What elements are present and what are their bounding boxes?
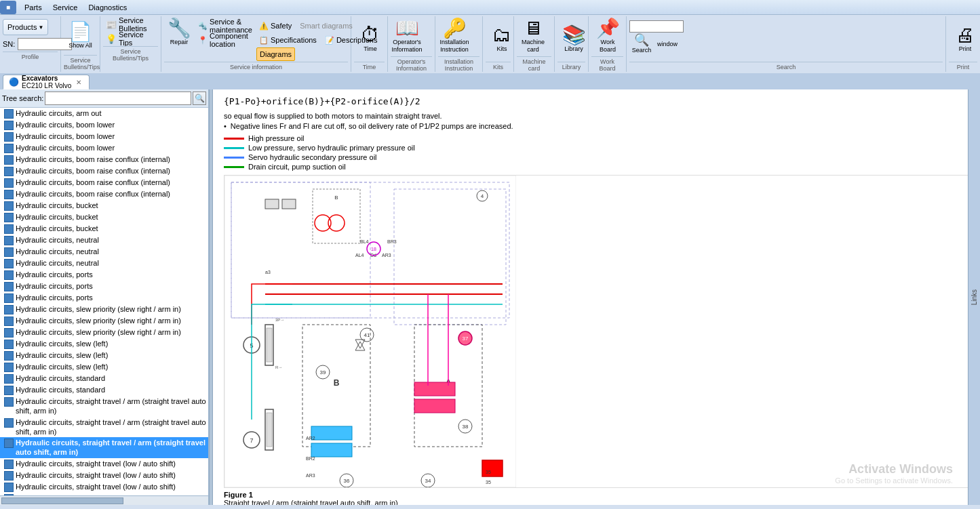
tree-item[interactable]: Hydraulic circuits, ports [0, 269, 208, 281]
tree-item[interactable]: Hydraulic circuits, slew (left) [0, 350, 208, 361]
tree-item-icon [4, 363, 14, 372]
tree-scrollbar-thumb[interactable] [1, 497, 123, 504]
print-button[interactable]: 🖨 Print [949, 18, 980, 60]
tree-item-icon [4, 190, 14, 199]
toolbar-section-library: 📚 Library Library [555, 16, 589, 72]
tree-item[interactable]: Hydraulic circuits, straight travel (low… [0, 470, 208, 481]
tree-item[interactable]: Hydraulic circuits, boom lower [0, 131, 208, 142]
links-label[interactable]: Links [971, 289, 978, 305]
svg-rect-42 [311, 426, 352, 440]
smart-diagrams-button[interactable]: Smart diagrams [297, 19, 355, 33]
tree-item[interactable]: Hydraulic circuits, neutral [0, 235, 208, 246]
tree-item[interactable]: Hydraulic circuits, straight travel (low… [0, 481, 208, 493]
work-board-button[interactable]: 📌 WorkBoard [591, 18, 624, 55]
tree-item-icon [4, 293, 14, 303]
tree-item[interactable]: Hydraulic circuits, standard [0, 384, 208, 396]
tree-item-icon [4, 418, 14, 428]
machine-card-label: Machinecard [522, 39, 545, 54]
tree-item-text: Hydraulic circuits, neutral [16, 258, 99, 268]
tree-item[interactable]: Hydraulic circuits, ports [0, 292, 208, 304]
repair-button[interactable]: 🔧 Repair [164, 18, 194, 47]
menu-service[interactable]: Service [47, 2, 83, 13]
tree-item[interactable]: Hydraulic circuits, bucket [0, 211, 208, 223]
tree-search-button[interactable]: 🔍 [193, 91, 206, 105]
tree-item[interactable]: Hydraulic circuits, slew (left) [0, 338, 208, 350]
main-layout: Tree search: 🔍 Hydraulic circuits, arm o… [0, 89, 980, 505]
tree-item[interactable]: Hydraulic circuits, bucket [0, 200, 208, 211]
tree-item[interactable]: Hydraulic circuits, slew priority (slew … [0, 315, 208, 327]
safety-button[interactable]: ⚠️ Safety [256, 19, 294, 33]
search-icon: 🔍 [634, 34, 649, 46]
show-all-section-label: Service Bulletins/Tips [64, 55, 97, 70]
search-input[interactable] [629, 20, 684, 33]
legend-color-cyan [224, 147, 244, 149]
repair-label: Repair [170, 39, 189, 46]
legend-item-red: High pressure oil [224, 134, 969, 142]
tips-icon: 💡 [106, 34, 117, 44]
products-dropdown[interactable]: Products ▼ [3, 19, 48, 35]
tree-item[interactable]: Hydraulic circuits, slew priority (slew … [0, 327, 208, 338]
tree-search-input[interactable] [45, 91, 191, 105]
tree-horizontal-scrollbar[interactable] [0, 495, 208, 505]
tree-item[interactable]: Hydraulic circuits, boom raise conflux (… [0, 154, 208, 165]
tree-item[interactable]: Hydraulic circuits, straight travel / ar… [0, 417, 208, 438]
time-button[interactable]: ⏱ Time [354, 18, 387, 60]
tree-item[interactable]: Hydraulic circuits, slew priority (slew … [0, 304, 208, 315]
machine-card-button[interactable]: 🖥 Machinecard [517, 18, 549, 55]
tab-excavators[interactable]: 🔵 Excavators EC210 LR Volvo ✕ [3, 75, 90, 89]
tree-item-text: Hydraulic circuits, boom lower [16, 131, 115, 141]
legend-label-cyan: Low pressure, servo hydraulic primary pr… [248, 144, 415, 152]
show-all-button[interactable]: 📄 Show All [64, 18, 97, 54]
library-button[interactable]: 📚 Library [557, 18, 590, 60]
tab-sublabel: EC210 LR Volvo [22, 82, 71, 89]
component-location-button[interactable]: 📍 Component location [195, 33, 255, 47]
legend-area: High pressure oil Low pressure, servo hy… [224, 134, 969, 171]
menu-parts[interactable]: Parts [19, 2, 47, 13]
tree-item[interactable]: Hydraulic circuits, straight travel / ar… [0, 396, 208, 417]
kits-button[interactable]: 🗂 Kits [486, 18, 518, 60]
tree-item[interactable]: Hydraulic circuits, standard [0, 373, 208, 384]
tree-item-text: Hydraulic circuits, slew priority (slew … [16, 316, 181, 325]
machine-card-section-label: Machine card [517, 56, 551, 72]
tree-item[interactable]: Hydraulic circuits, boom raise conflux (… [0, 165, 208, 177]
svg-text:AR2: AR2 [306, 436, 315, 441]
tree-item[interactable]: Hydraulic circuits, straight travel (low… [0, 458, 208, 470]
toolbar-section-time: ⏱ Time Time [351, 16, 388, 72]
tree-item[interactable]: Hydraulic circuits, ports [0, 281, 208, 292]
tree-item-icon [4, 247, 14, 257]
tab-close-button[interactable]: ✕ [74, 77, 83, 87]
search-window-button[interactable]: window [655, 34, 680, 54]
tree-item[interactable]: Hydraulic circuits, boom raise conflux (… [0, 188, 208, 200]
menu-diagnostics[interactable]: Diagnostics [83, 2, 132, 13]
diagrams-button[interactable]: Diagrams [256, 47, 295, 61]
tree-item[interactable]: Hydraulic circuits, slew (left) [0, 361, 208, 373]
tree-item[interactable]: Hydraulic circuits, arm out [0, 108, 208, 119]
app-icon[interactable]: ■ [0, 1, 16, 14]
service-maintenance-button[interactable]: 🔩 Service & maintenance [195, 19, 255, 33]
service-bulletins-button[interactable]: 📰 Service Bulletins [103, 18, 158, 31]
content-area[interactable]: {P1-Po}+orifice(B)}+{P2-orifice(A)}/2 so… [213, 89, 980, 505]
svg-rect-56 [267, 328, 272, 362]
installation-instruction-button[interactable]: 🔑 InstallationInstruction [438, 18, 471, 55]
tree-item[interactable]: Hydraulic circuits, bucket [0, 223, 208, 235]
legend-item-blue: Servo hydraulic secondary pressure oil [224, 153, 969, 161]
operators-information-button[interactable]: 📖 Operator'sInformation [391, 18, 423, 55]
tree-item[interactable]: Hydraulic circuits, boom raise conflux (… [0, 177, 208, 188]
service-tips-button[interactable]: 💡 Service Tips [103, 32, 158, 45]
repair-icon: 🔧 [168, 19, 191, 38]
tree-item-text: Hydraulic circuits, bucket [16, 201, 98, 210]
specifications-button[interactable]: 📋 Specifications [256, 33, 319, 47]
tree-item[interactable]: Hydraulic circuits, neutral [0, 258, 208, 269]
tree-item-text: Hydraulic circuits, boom raise conflux (… [16, 178, 170, 187]
tree-item[interactable]: Hydraulic circuits, neutral [0, 246, 208, 258]
tree-item[interactable]: Hydraulic circuits, boom lower [0, 119, 208, 131]
tree-item[interactable]: Hydraulic circuits, boom lower [0, 142, 208, 154]
installation-label: InstallationInstruction [439, 39, 469, 54]
svg-text:3P→: 3P→ [275, 318, 284, 322]
tree-item[interactable]: Hydraulic circuits, straight travel / ar… [0, 437, 208, 458]
search-button[interactable]: 🔍 Search [629, 34, 654, 54]
legend-item-cyan: Low pressure, servo hydraulic primary pr… [224, 144, 969, 152]
toolbar-section-operators: 📖 Operator'sInformation Operator's Infor… [388, 16, 435, 72]
tree-container[interactable]: Hydraulic circuits, arm outHydraulic cir… [0, 108, 208, 495]
svg-text:4: 4 [481, 193, 484, 199]
